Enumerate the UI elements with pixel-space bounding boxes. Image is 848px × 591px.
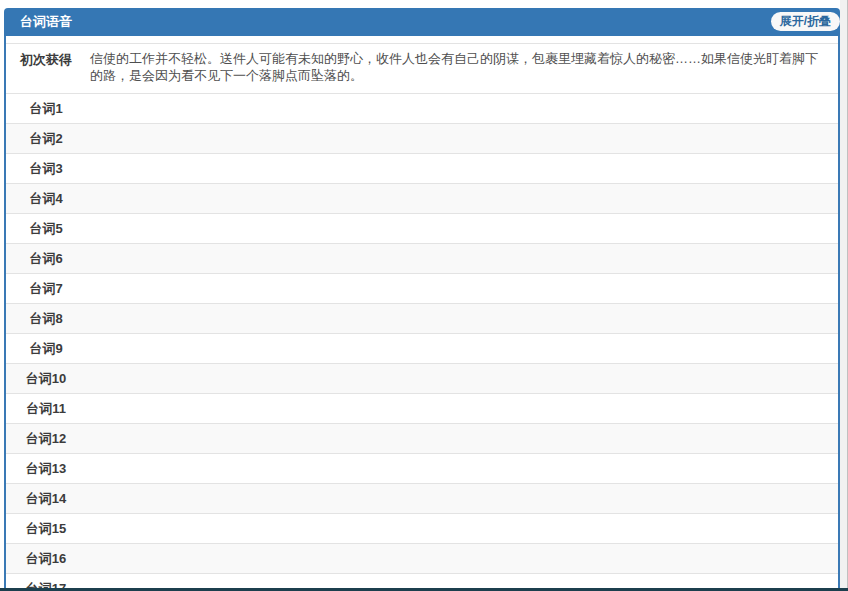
voice-row-content	[86, 364, 838, 393]
voice-row: 台词2	[6, 123, 838, 153]
voice-row-label: 台词15	[6, 514, 86, 543]
voice-row-label: 台词4	[6, 184, 86, 213]
voice-row: 台词13	[6, 453, 838, 483]
voice-row-label: 台词14	[6, 484, 86, 513]
voice-row-label: 台词1	[6, 94, 86, 123]
voice-row-list: 台词1 台词2 台词3 台词4 台词5 台词6 台词7 台词8 台词9 台词10	[6, 93, 838, 591]
voice-lines-panel: 台词语音 展开/折叠 初次获得 信使的工作并不轻松。送件人可能有未知的野心，收件…	[4, 8, 840, 591]
acquisition-row-text: 信使的工作并不轻松。送件人可能有未知的野心，收件人也会有自己的阴谋，包裹里埋藏着…	[86, 44, 838, 93]
voice-row-content	[86, 544, 838, 573]
window-right-gutter	[840, 0, 848, 591]
acquisition-row: 初次获得 信使的工作并不轻松。送件人可能有未知的野心，收件人也会有自己的阴谋，包…	[6, 43, 838, 93]
voice-row-content	[86, 184, 838, 213]
voice-row-label: 台词12	[6, 424, 86, 453]
voice-row-content	[86, 424, 838, 453]
voice-row: 台词10	[6, 363, 838, 393]
voice-row-label: 台词16	[6, 544, 86, 573]
voice-row-content	[86, 484, 838, 513]
voice-row-label: 台词2	[6, 124, 86, 153]
voice-row: 台词8	[6, 303, 838, 333]
voice-row-content	[86, 124, 838, 153]
voice-row: 台词3	[6, 153, 838, 183]
acquisition-row-label: 初次获得	[6, 44, 86, 93]
voice-row-label: 台词8	[6, 304, 86, 333]
voice-row-content	[86, 394, 838, 423]
voice-row: 台词14	[6, 483, 838, 513]
voice-row-content	[86, 94, 838, 123]
voice-row-label: 台词13	[6, 454, 86, 483]
expand-collapse-button[interactable]: 展开/折叠	[771, 12, 840, 31]
panel-title: 台词语音	[4, 8, 840, 36]
voice-row-label: 台词10	[6, 364, 86, 393]
voice-row: 台词1	[6, 93, 838, 123]
voice-row: 台词15	[6, 513, 838, 543]
voice-row-label: 台词3	[6, 154, 86, 183]
voice-row-content	[86, 454, 838, 483]
voice-row-label: 台词6	[6, 244, 86, 273]
voice-row-content	[86, 304, 838, 333]
voice-row-label: 台词11	[6, 394, 86, 423]
voice-row-content	[86, 154, 838, 183]
voice-row: 台词4	[6, 183, 838, 213]
voice-row-content	[86, 274, 838, 303]
panel-header: 台词语音 展开/折叠	[4, 8, 840, 36]
voice-row-label: 台词7	[6, 274, 86, 303]
voice-row-content	[86, 514, 838, 543]
voice-row-content	[86, 334, 838, 363]
voice-row-content	[86, 214, 838, 243]
voice-row: 台词5	[6, 213, 838, 243]
voice-row: 台词16	[6, 543, 838, 573]
voice-row: 台词6	[6, 243, 838, 273]
voice-row-label: 台词5	[6, 214, 86, 243]
voice-row: 台词7	[6, 273, 838, 303]
voice-table: 初次获得 信使的工作并不轻松。送件人可能有未知的野心，收件人也会有自己的阴谋，包…	[4, 36, 840, 591]
voice-row: 台词9	[6, 333, 838, 363]
voice-row: 台词12	[6, 423, 838, 453]
voice-row: 台词11	[6, 393, 838, 423]
voice-row-label: 台词9	[6, 334, 86, 363]
voice-row-content	[86, 244, 838, 273]
